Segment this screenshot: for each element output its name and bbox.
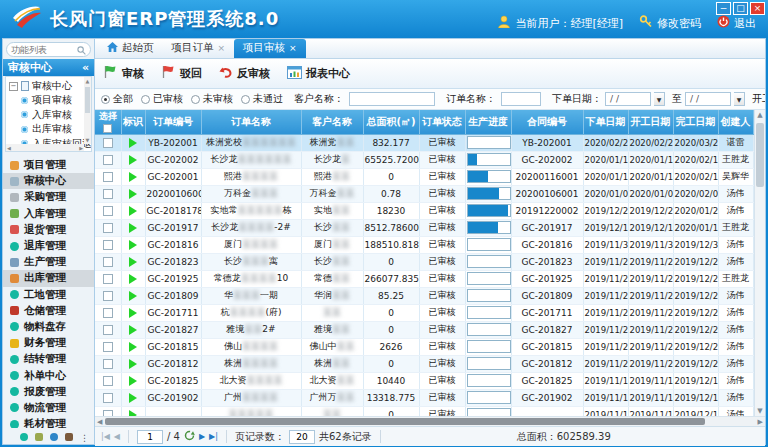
select-cell[interactable] bbox=[95, 304, 121, 321]
horizontal-scroll-thumb[interactable] bbox=[105, 418, 705, 425]
tab-起始页[interactable]: 起始页 bbox=[98, 39, 163, 58]
table-row[interactable]: GC-201902广州某某某某广州万某某13318.775已审核GC-20190… bbox=[95, 389, 753, 406]
toolbar-button-反审核[interactable]: 反审核 bbox=[219, 66, 270, 82]
col-header-标识[interactable]: 标识 bbox=[121, 110, 145, 134]
tab-close-icon[interactable]: × bbox=[289, 43, 297, 53]
col-header-选择[interactable]: 选择 bbox=[95, 110, 121, 134]
row-checkbox[interactable] bbox=[103, 138, 113, 148]
row-checkbox[interactable] bbox=[103, 206, 113, 216]
sidebar-item-出库管理[interactable]: 出库管理 bbox=[3, 270, 94, 286]
sidebar-item-财务管理[interactable]: 财务管理 bbox=[3, 335, 94, 351]
select-cell[interactable] bbox=[95, 151, 121, 168]
tab-close-icon[interactable]: × bbox=[218, 43, 226, 53]
row-checkbox[interactable] bbox=[103, 291, 113, 301]
page-size-input[interactable] bbox=[289, 430, 315, 444]
tree-root[interactable]: − 审核中心 bbox=[9, 79, 82, 93]
tab-项目订单[interactable]: 项目订单× bbox=[163, 39, 235, 58]
cart-icon[interactable] bbox=[35, 426, 43, 445]
tree-item-入库审核[interactable]: 入库审核 bbox=[9, 108, 82, 123]
first-page-button[interactable]: |◀ bbox=[101, 432, 110, 441]
scroll-right-icon[interactable]: ▶ bbox=[79, 145, 83, 151]
sidebar-item-退货管理[interactable]: 退货管理 bbox=[3, 222, 94, 238]
col-header-开工日期[interactable]: 开工日期 bbox=[628, 110, 673, 134]
row-checkbox[interactable] bbox=[103, 359, 113, 369]
last-page-button[interactable]: ▶| bbox=[209, 432, 218, 441]
row-checkbox[interactable] bbox=[103, 257, 113, 267]
next-page-button[interactable]: ▶ bbox=[199, 432, 205, 441]
sidebar-item-工地管理[interactable]: 工地管理 bbox=[3, 287, 94, 303]
table-row[interactable]: GC-201825北大资某某某某北大资某某10440已审核GC-20182520… bbox=[95, 372, 753, 389]
radio-已审核[interactable]: 已审核 bbox=[141, 92, 191, 106]
radio-icon[interactable] bbox=[191, 95, 200, 104]
col-header-创建人[interactable]: 创建人 bbox=[718, 110, 753, 134]
row-checkbox[interactable] bbox=[103, 223, 113, 233]
sidebar-item-报废管理[interactable]: 报废管理 bbox=[3, 384, 94, 400]
radio-icon[interactable] bbox=[241, 95, 250, 104]
scroll-down-icon[interactable]: ▼ bbox=[755, 407, 765, 415]
order-date-from-input[interactable]: / / bbox=[605, 92, 651, 106]
table-row[interactable]: GC-202002长沙龙某某某某某某长沙龙某65525.7200..已审核GC-… bbox=[95, 151, 753, 168]
col-header-下单日期[interactable]: 下单日期 bbox=[583, 110, 628, 134]
minimize-button[interactable]: − bbox=[716, 2, 731, 15]
table-row[interactable]: GC-202001熙港某某某某熙港某某0已审核202001160012020/0… bbox=[95, 168, 753, 185]
row-checkbox[interactable] bbox=[103, 155, 113, 165]
row-checkbox[interactable] bbox=[103, 325, 113, 335]
radio-icon[interactable] bbox=[141, 95, 150, 104]
table-row[interactable]: GC-201917长沙龙某某某某-2#长沙某某8512.78600..已审核GC… bbox=[95, 219, 753, 236]
sidebar-item-物料盘存[interactable]: 物料盘存 bbox=[3, 319, 94, 335]
toolbar-button-审核[interactable]: 审核 bbox=[103, 65, 144, 82]
sidebar-item-审核中心[interactable]: 审核中心 bbox=[3, 173, 94, 189]
accordion-header-audit-center[interactable]: 审核中心 « bbox=[3, 59, 94, 76]
tree-vertical-scrollbar[interactable]: ▲ ▼ bbox=[84, 77, 91, 144]
table-row[interactable]: GC-201711杭某某某某(府)某某0已审核GC-2017112019/11/… bbox=[95, 304, 753, 321]
tree-item-项目审核[interactable]: 项目审核 bbox=[9, 93, 82, 108]
sidebar-item-物流管理[interactable]: 物流管理 bbox=[3, 400, 94, 416]
tree-horizontal-scrollbar[interactable]: ◀ ▶ bbox=[6, 144, 84, 151]
select-cell[interactable] bbox=[95, 253, 121, 270]
order-name-input[interactable] bbox=[501, 92, 541, 106]
book-icon[interactable] bbox=[65, 426, 73, 445]
select-cell[interactable] bbox=[95, 134, 121, 151]
go-icon[interactable] bbox=[184, 430, 195, 443]
row-checkbox[interactable] bbox=[103, 274, 113, 284]
sidebar-item-生产管理[interactable]: 生产管理 bbox=[3, 254, 94, 270]
search-input[interactable] bbox=[11, 45, 77, 55]
toolbar-button-报表中心[interactable]: 报表中心 bbox=[287, 66, 350, 82]
scroll-left-icon[interactable]: ◀ bbox=[97, 418, 102, 426]
scroll-left-icon[interactable]: ◀ bbox=[7, 145, 11, 151]
table-row[interactable]: GC-201925常德龙某某某某10常德某某266077.835..已审核GC-… bbox=[95, 270, 753, 287]
select-cell[interactable] bbox=[95, 236, 121, 253]
table-row[interactable]: 某某某某某某某0已审核2019/11/192019/11/192019/12/1… bbox=[95, 406, 753, 416]
horizontal-scrollbar[interactable]: ◀ ▶ bbox=[95, 416, 765, 426]
select-cell[interactable] bbox=[95, 287, 121, 304]
row-checkbox[interactable] bbox=[103, 376, 113, 386]
row-checkbox[interactable] bbox=[103, 172, 113, 182]
customer-name-input[interactable] bbox=[349, 92, 435, 106]
toolbar-button-驳回[interactable]: 驳回 bbox=[161, 65, 202, 82]
collapse-icon[interactable]: « bbox=[82, 61, 89, 74]
table-row[interactable]: YB-202001株洲党校某某某某某某株洲党某某832.177已审核YB-202… bbox=[95, 134, 753, 151]
col-header-生产进度[interactable]: 生产进度 bbox=[465, 110, 511, 134]
radio-全部[interactable]: 全部 bbox=[101, 92, 141, 106]
table-row[interactable]: GC-201823长沙某某某寓长沙某某0已审核GC-2018232019/11/… bbox=[95, 253, 753, 270]
table-row[interactable]: 20200106001万科金某某某万科金某某0.78已审核20200106001… bbox=[95, 185, 753, 202]
select-cell[interactable] bbox=[95, 168, 121, 185]
order-date-to-dropdown[interactable]: ▼ bbox=[734, 92, 745, 106]
select-cell[interactable] bbox=[95, 219, 121, 236]
sidebar-item-结转管理[interactable]: 结转管理 bbox=[3, 351, 94, 367]
sidebar-item-退库管理[interactable]: 退库管理 bbox=[3, 238, 94, 254]
change-password-button[interactable]: 修改密码 bbox=[639, 15, 701, 31]
sidebar-item-采购管理[interactable]: 采购管理 bbox=[3, 189, 94, 205]
sidebar-item-仓储管理[interactable]: 仓储管理 bbox=[3, 303, 94, 319]
more-icon[interactable]: ⋮ bbox=[80, 426, 89, 445]
col-header-合同编号[interactable]: 合同编号 bbox=[511, 110, 583, 134]
sidebar-item-入库管理[interactable]: 入库管理 bbox=[3, 206, 94, 222]
order-date-to-input[interactable]: / / bbox=[685, 92, 731, 106]
sidebar-item-补单中心[interactable]: 补单中心 bbox=[3, 367, 94, 383]
select-cell[interactable] bbox=[95, 321, 121, 338]
select-cell[interactable] bbox=[95, 202, 121, 219]
table-row[interactable]: GC-2018178实地常某某某某某栋实地某某18230已审核201912200… bbox=[95, 202, 753, 219]
select-cell[interactable] bbox=[95, 389, 121, 406]
col-header-订单状态[interactable]: 订单状态 bbox=[419, 110, 465, 134]
row-checkbox[interactable] bbox=[103, 308, 113, 318]
